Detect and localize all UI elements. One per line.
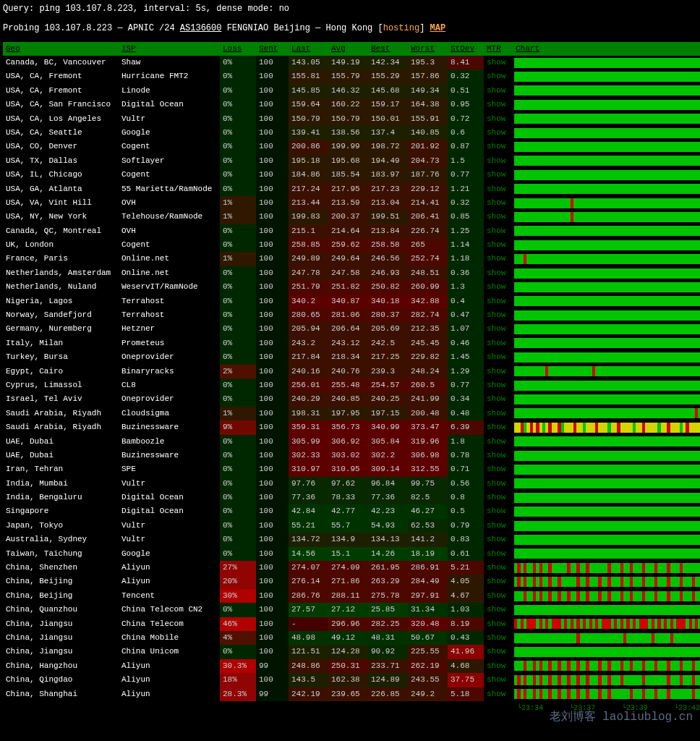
cell-loss: 0% [220, 533, 256, 546]
cell-best: 137.4 [368, 126, 408, 140]
mtr-link[interactable]: show [484, 462, 513, 476]
col-geo[interactable]: Geo [3, 42, 119, 56]
cell-loss: 0% [220, 504, 256, 518]
cell-avg: 27.12 [328, 603, 368, 617]
cell-best: 199.51 [368, 210, 408, 224]
mtr-link[interactable]: show [484, 365, 513, 378]
cell-best: 90.92 [368, 645, 408, 659]
mtr-link[interactable]: show [484, 350, 513, 364]
map-link[interactable]: MAP [430, 23, 446, 33]
mtr-link[interactable]: show [484, 224, 513, 238]
mtr-link[interactable]: show [484, 336, 513, 350]
cell-isp: Softlayer [119, 154, 220, 168]
mtr-link[interactable]: show [484, 126, 513, 140]
mtr-link[interactable]: show [484, 295, 513, 308]
mtr-link[interactable]: show [484, 112, 513, 126]
cell-worst: 265 [408, 238, 448, 252]
chart-cell [513, 224, 700, 238]
chart-cell [513, 462, 700, 476]
col-last[interactable]: Last [289, 42, 328, 56]
mtr-link[interactable]: show [484, 603, 513, 617]
mtr-link[interactable]: show [484, 561, 513, 575]
mtr-link[interactable]: show [484, 407, 513, 420]
cell-stdev: 1.07 [448, 322, 484, 336]
col-worst[interactable]: Worst [408, 42, 448, 56]
mtr-link[interactable]: show [484, 69, 513, 83]
cell-stdev: 1.3 [448, 280, 484, 294]
col-avg[interactable]: Avg [328, 42, 368, 56]
cell-avg: 138.56 [328, 126, 368, 140]
mtr-link[interactable]: show [484, 322, 513, 336]
col-loss[interactable]: Loss [220, 42, 256, 56]
cell-avg: 42.77 [328, 504, 368, 518]
mtr-link[interactable]: show [484, 617, 513, 631]
cell-worst: 243.55 [408, 673, 448, 687]
mtr-link[interactable]: show [484, 196, 513, 210]
cell-best: 280.37 [368, 308, 408, 322]
mtr-link[interactable]: show [484, 420, 513, 434]
cell-stdev: 37.75 [448, 673, 484, 687]
mtr-link[interactable]: show [484, 98, 513, 111]
cell-stdev: 0.72 [448, 112, 484, 126]
mtr-link[interactable]: show [484, 449, 513, 462]
col-mtr[interactable]: MTR [484, 42, 513, 56]
mtr-link[interactable]: show [484, 673, 513, 687]
mtr-link[interactable]: show [484, 631, 513, 645]
col-best[interactable]: Best [368, 42, 408, 56]
mtr-link[interactable]: show [484, 491, 513, 504]
cell-sent: 100 [256, 112, 289, 126]
col-sent[interactable]: Sent [256, 42, 289, 56]
cell-best: 25.85 [368, 603, 408, 617]
cell-isp: Digital Ocean [119, 98, 220, 111]
mtr-link[interactable]: show [484, 589, 513, 603]
mtr-link[interactable]: show [484, 210, 513, 224]
query-line: Query: ping 103.107.8.223, interval: 5s,… [3, 3, 700, 15]
cell-worst: 260.5 [408, 378, 448, 392]
cell-loss: 0% [220, 56, 256, 69]
cell-loss: 0% [220, 295, 256, 308]
mtr-link[interactable]: show [484, 575, 513, 588]
cell-best: 14.26 [368, 547, 408, 561]
table-row: Australia, SydneyVultr0%100134.72134.913… [3, 533, 700, 546]
mtr-link[interactable]: show [484, 238, 513, 252]
mtr-link[interactable]: show [484, 477, 513, 491]
chart-cell [513, 112, 700, 126]
cell-last: 143.05 [289, 56, 328, 69]
mtr-link[interactable]: show [484, 266, 513, 280]
mtr-link[interactable]: show [484, 392, 513, 406]
cell-sent: 100 [256, 56, 289, 69]
mtr-link[interactable]: show [484, 280, 513, 294]
mtr-link[interactable]: show [484, 504, 513, 518]
cell-last: 139.41 [289, 126, 328, 140]
mtr-link[interactable]: show [484, 168, 513, 182]
asn-link[interactable]: AS136600 [180, 23, 222, 33]
cell-best: 159.17 [368, 98, 408, 111]
mtr-link[interactable]: show [484, 154, 513, 168]
cell-last: 217.84 [289, 350, 328, 364]
mtr-link[interactable]: show [484, 84, 513, 98]
col-stdev[interactable]: StDev [448, 42, 484, 56]
mtr-link[interactable]: show [484, 435, 513, 449]
mtr-link[interactable]: show [484, 547, 513, 561]
col-chart[interactable]: Chart [513, 42, 700, 56]
chart-cell [513, 266, 700, 280]
mtr-link[interactable]: show [484, 182, 513, 196]
chart-cell [513, 154, 700, 168]
cell-last: 198.31 [289, 407, 328, 420]
cell-loss: 0% [220, 491, 256, 504]
mtr-link[interactable]: show [484, 519, 513, 533]
cell-isp: Vultr [119, 533, 220, 546]
col-isp[interactable]: ISP [119, 42, 220, 56]
mtr-link[interactable]: show [484, 645, 513, 659]
mtr-link[interactable]: show [484, 56, 513, 69]
cell-geo: China, Jiangsu [3, 617, 119, 631]
mtr-link[interactable]: show [484, 308, 513, 322]
mtr-link[interactable]: show [484, 252, 513, 266]
cell-worst: 306.98 [408, 449, 448, 462]
mtr-link[interactable]: show [484, 687, 513, 701]
mtr-link[interactable]: show [484, 140, 513, 153]
mtr-link[interactable]: show [484, 533, 513, 546]
cell-worst: 50.67 [408, 631, 448, 645]
mtr-link[interactable]: show [484, 378, 513, 392]
mtr-link[interactable]: show [484, 659, 513, 673]
